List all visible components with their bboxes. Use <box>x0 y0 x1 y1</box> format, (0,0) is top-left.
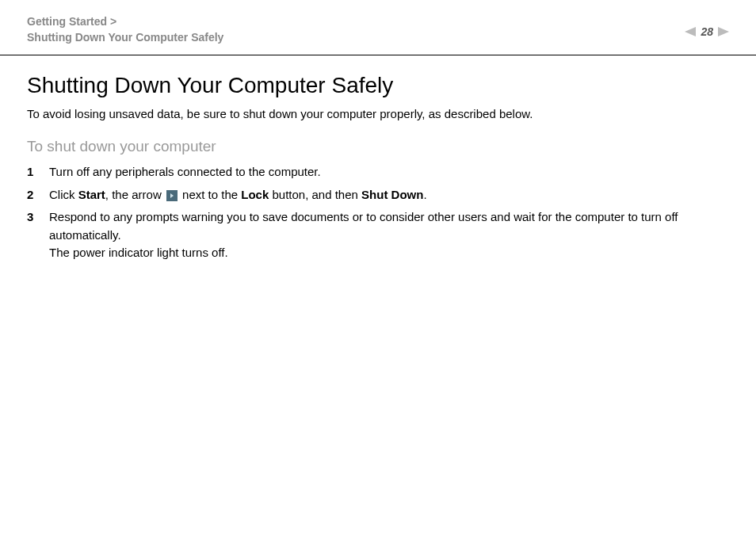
breadcrumb: Getting Started > Shutting Down Your Com… <box>27 14 223 45</box>
arrow-icon <box>166 190 178 201</box>
steps-list: 1Turn off any peripherals connected to t… <box>27 163 729 262</box>
step-text: Click Start, the arrow next to the Lock … <box>49 186 729 204</box>
page-number: 28 <box>701 25 713 38</box>
step-item: 1Turn off any peripherals connected to t… <box>27 163 729 181</box>
breadcrumb-line1: Getting Started > <box>27 14 223 30</box>
step-item: 3Respond to any prompts warning you to s… <box>27 208 729 262</box>
step-text: Turn off any peripherals connected to th… <box>49 163 729 181</box>
step-number: 1 <box>27 163 49 181</box>
bold-text: Lock <box>241 188 269 201</box>
step-number: 2 <box>27 186 49 204</box>
bold-text: Start <box>78 188 105 201</box>
step-item: 2Click Start, the arrow next to the Lock… <box>27 186 729 204</box>
page-navigation: 28 <box>685 14 729 38</box>
page-header: Getting Started > Shutting Down Your Com… <box>0 0 756 55</box>
subheading: To shut down your computer <box>27 138 729 155</box>
page-title: Shutting Down Your Computer Safely <box>27 73 729 98</box>
breadcrumb-line2: Shutting Down Your Computer Safely <box>27 30 223 46</box>
intro-text: To avoid losing unsaved data, be sure to… <box>27 106 729 122</box>
prev-page-icon[interactable] <box>685 27 696 36</box>
step-number: 3 <box>27 208 49 262</box>
bold-text: Shut Down <box>361 188 423 201</box>
step-text: Respond to any prompts warning you to sa… <box>49 208 729 262</box>
next-page-icon[interactable] <box>718 27 729 36</box>
page-content: Shutting Down Your Computer Safely To av… <box>0 55 756 284</box>
